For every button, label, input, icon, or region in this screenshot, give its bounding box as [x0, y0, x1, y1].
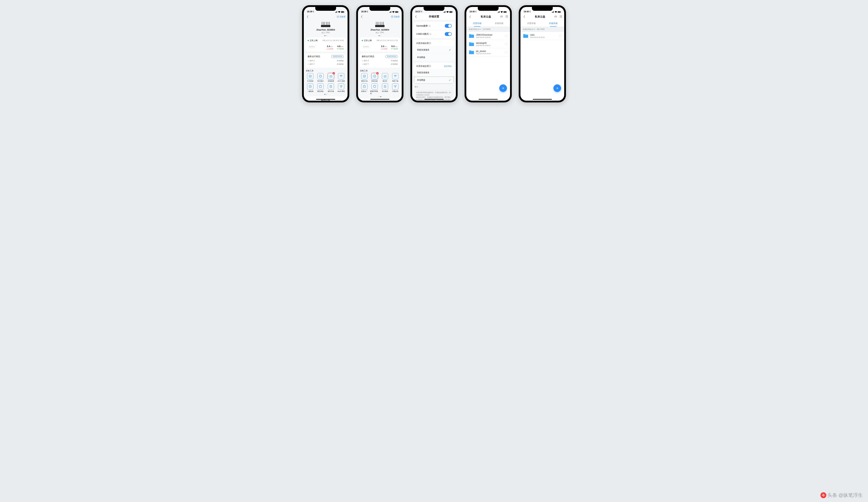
tool-icon [328, 83, 334, 90]
tool-离线下载[interactable]: 离线下载 [391, 73, 400, 82]
tab-internal[interactable]: 内置存储 [466, 20, 488, 27]
back-button[interactable] [360, 15, 363, 18]
internal-storage-title: 内置存储设置ⓘ [414, 40, 454, 46]
tool-问题反馈[interactable]: 问题反馈 [391, 83, 400, 95]
svg-rect-27 [375, 25, 384, 27]
file-item[interactable]: jdc_docker2024-05-18 20:44:08 [466, 48, 510, 56]
svg-rect-2 [344, 12, 344, 12]
option-accel-ext[interactable]: 智能加速服务 [414, 69, 454, 76]
abnormal-button[interactable]: 查看异常情况 [331, 55, 344, 58]
svg-rect-48 [504, 12, 506, 12]
header: 私有云盘 [520, 13, 564, 20]
page-title: 存储设置 [429, 15, 439, 18]
toggle-switch[interactable] [445, 24, 452, 28]
unbind-button[interactable]: 解绑设备 [306, 96, 346, 101]
back-button[interactable] [306, 15, 309, 18]
upload-speed: 2.4KB/s▲上传速度 [327, 45, 333, 50]
tool-Mesh 网络[interactable]: Mesh 网络 [337, 83, 346, 93]
limit-button[interactable]: 极限网速 [308, 45, 316, 48]
header: 贡献度 [304, 13, 348, 20]
tab-external[interactable]: 外接存储 [488, 20, 510, 27]
contribution-link[interactable]: 贡献度 [337, 15, 345, 18]
tool-重启计划[interactable]: 重启计划 [360, 73, 369, 82]
folder-icon [469, 42, 474, 46]
tool-固件升级[interactable]: 固件升级 [326, 83, 335, 93]
add-fab[interactable]: + [554, 84, 561, 92]
storage-tabs: 内置存储 外接存储 [466, 20, 510, 27]
phone-2: 18:39☾ 贡献度 ZhaoYun_0239D4 赵云 128G 正常上网开机… [356, 5, 403, 102]
cloud-icon[interactable] [554, 15, 557, 18]
tool-私有云盘[interactable]: 私有云盘2 [370, 73, 380, 82]
select-radio[interactable] [505, 51, 508, 54]
tool-icon [382, 83, 388, 90]
phone-5: 18:40☾ 私有云盘 内置存储 外接存储 存储空间总大小：465.76GB s… [519, 5, 566, 102]
tool-积分教程[interactable]: 积分教程 [380, 83, 390, 95]
tool-恢复出厂[interactable]: 恢复出厂 [360, 83, 369, 95]
status-card: 正常上网 开机 10 天 21 小时 35 分 24 秒 极限网速 2.4KB/… [306, 38, 346, 52]
menu-icon[interactable] [559, 15, 562, 18]
tool-Wi-Fi 设置[interactable]: Wi-Fi 设置 [337, 73, 346, 82]
tool-icon [392, 83, 399, 90]
option-local[interactable]: 本地网盘 [414, 54, 454, 61]
file-item[interactable]: aiecpluginE2024-06-02 18:38:07 [466, 40, 510, 48]
svg-rect-5 [321, 25, 330, 27]
tool-积分模式[interactable]: 积分模式 [316, 73, 325, 82]
info-icon[interactable]: ⓘ [429, 33, 431, 35]
eject-button[interactable]: 安全弹出 [444, 65, 452, 67]
tool-icon [392, 73, 399, 79]
toggle-switch[interactable] [445, 32, 452, 36]
option-local-ext[interactable]: 本地网盘✓ [414, 76, 454, 84]
contribution-link[interactable]: 贡献度 [391, 15, 400, 18]
svg-rect-45 [450, 12, 452, 12]
samba-toggle-row[interactable]: Samba服务ⓘ [414, 22, 454, 30]
cloud-icon[interactable] [500, 15, 503, 18]
svg-point-13 [310, 76, 311, 76]
tool-天天奖励[interactable]: 天天奖励 [306, 73, 315, 82]
svg-rect-12 [309, 75, 311, 77]
select-radio[interactable] [505, 43, 508, 45]
tool-一键检测[interactable]: 一键检测 [306, 83, 315, 93]
info-icon[interactable]: ⓘ [428, 25, 431, 27]
tools-dots [306, 94, 346, 95]
back-button[interactable] [468, 15, 472, 18]
tool-存储设置[interactable]: 存储设置1 [326, 73, 335, 82]
header: 贡献度 [358, 13, 402, 20]
tool-重置管理密码[interactable]: 重置管理密码 [370, 83, 380, 95]
uptime: 开机 10 天 21 小时 35 分 24 秒 [322, 39, 344, 42]
router-model: 赵云 128G [306, 31, 346, 34]
option-accel[interactable]: 智能加速服务✓ [414, 46, 454, 54]
svg-point-26 [392, 16, 393, 17]
status-icons [335, 11, 344, 13]
tool-icon [372, 83, 378, 90]
service-card: 服务运行状态查看异常情况 插件 X本地网盘 插件 Y本地网盘 [306, 53, 346, 68]
tool-icon [317, 83, 323, 90]
phone-4: 18:40☾ 私有云盘 内置存储 外接存储 存储空间总大小：110.49GB J… [465, 5, 512, 102]
tool-icon [338, 83, 344, 90]
header: 私有云盘 [466, 13, 510, 20]
usb-toggle-row[interactable]: USB3.0模式ⓘ [414, 30, 454, 38]
service-row: 插件 X本地网盘 [308, 59, 344, 62]
online-indicator [308, 40, 309, 41]
back-button[interactable] [523, 15, 526, 18]
select-radio[interactable] [505, 34, 508, 37]
tool-icon [361, 73, 368, 79]
svg-rect-24 [398, 12, 399, 12]
status-time: 18:39 [307, 10, 312, 13]
add-fab[interactable]: + [499, 84, 507, 92]
file-item[interactable]: sda12024-06-02 18:39:26 [520, 32, 564, 40]
tools-title: 设备工具 [306, 70, 345, 72]
tab-external[interactable]: 外接存储 [542, 20, 564, 27]
svg-rect-1 [341, 12, 344, 12]
tab-internal[interactable]: 内置存储 [520, 20, 542, 27]
menu-icon[interactable] [505, 15, 508, 18]
folder-icon [523, 34, 528, 38]
annotation-badge: 2 [376, 72, 379, 74]
tool-重启设备[interactable]: 重启设备 [316, 83, 325, 93]
select-radio[interactable] [559, 34, 562, 37]
file-item[interactable]: JDBOXDownload2024-06-02 18:38:08 [466, 32, 510, 40]
external-storage-title: 外置存储设置ⓘ安全弹出 [414, 63, 454, 69]
tool-指示灯[interactable]: 指示灯 [380, 73, 390, 82]
service-title: 服务运行状态 [308, 55, 320, 58]
tool-icon [307, 73, 313, 79]
back-button[interactable] [414, 15, 418, 18]
